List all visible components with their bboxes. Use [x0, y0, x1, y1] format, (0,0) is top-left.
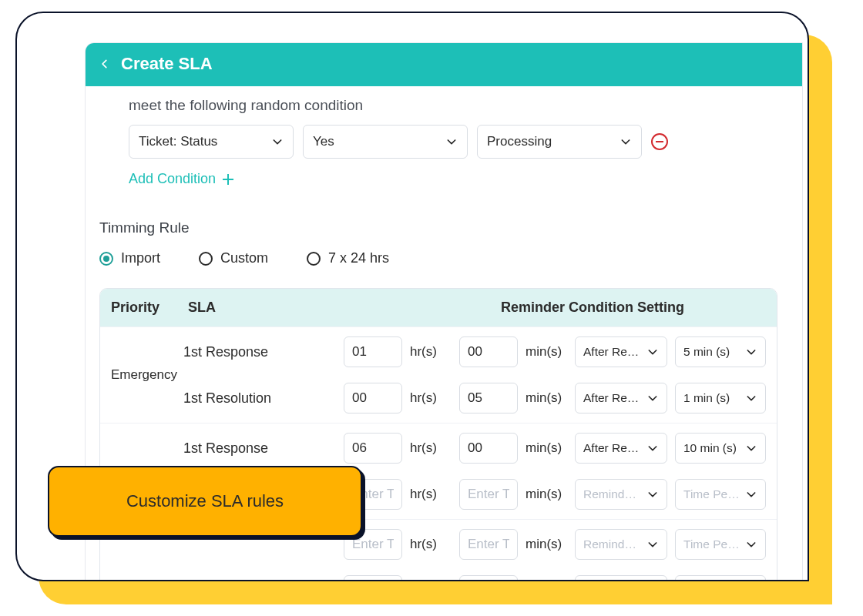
- timing-option-label: Custom: [220, 250, 268, 266]
- chevron-down-icon: [745, 392, 757, 404]
- time-pending-value: Time Pen…: [683, 537, 740, 551]
- chevron-down-icon: [646, 488, 659, 500]
- condition-operator-select[interactable]: Yes: [303, 125, 468, 159]
- add-condition-label: Add Condition: [129, 171, 216, 187]
- radio-icon: [199, 252, 213, 266]
- unit-hr: hr(s): [410, 344, 452, 360]
- table-header: Priority SLA Reminder Condition Setting: [100, 289, 777, 326]
- callout-text: Customize SLA rules: [126, 491, 284, 511]
- time-pending-value: 10 min (s): [683, 441, 737, 455]
- reminder-select[interactable]: Reminde…: [575, 575, 667, 581]
- plus-icon: [222, 173, 234, 186]
- reminder-value: After Res…: [583, 345, 642, 359]
- reminder-select[interactable]: After Res…: [575, 336, 667, 367]
- time-pending-value: 1 min (s): [683, 391, 730, 405]
- unit-hr: hr(s): [410, 537, 452, 552]
- sla-table: Priority SLA Reminder Condition Setting …: [99, 288, 777, 581]
- hours-input[interactable]: [344, 383, 402, 413]
- condition-operator-value: Yes: [313, 134, 334, 149]
- radio-icon: [307, 252, 321, 266]
- minutes-input[interactable]: [459, 433, 518, 464]
- timing-rule-title: Timming Rule: [99, 219, 787, 236]
- hours-input[interactable]: [344, 575, 402, 581]
- time-pending-select[interactable]: 5 min (s): [675, 336, 766, 367]
- unit-min: min(s): [526, 537, 567, 552]
- minutes-input[interactable]: [459, 336, 518, 367]
- sla-label: 1st Resolution: [183, 390, 336, 407]
- add-condition-button[interactable]: Add Condition: [129, 171, 234, 187]
- chevron-down-icon: [646, 538, 659, 551]
- sla-row: 1st Responsehr(s)min(s)After Res…5 min (…: [183, 336, 766, 367]
- table-group: Emergency1st Responsehr(s)min(s)After Re…: [100, 326, 777, 423]
- unit-hr: hr(s): [410, 487, 452, 502]
- time-pending-select[interactable]: Time Pen…: [675, 529, 766, 560]
- priority-label: Emergency: [111, 367, 183, 383]
- col-sla: SLA: [188, 300, 501, 316]
- time-pending-select[interactable]: 10 min (s): [675, 433, 766, 464]
- sla-row: 1st Responsehr(s)min(s)After Res…10 min …: [183, 433, 766, 464]
- reminder-select[interactable]: Reminde…: [575, 479, 667, 510]
- reminder-value: Reminde…: [583, 487, 642, 501]
- minutes-input[interactable]: [459, 529, 518, 560]
- timing-option-custom[interactable]: Custom: [199, 250, 268, 266]
- condition-field-value: Ticket: Status: [139, 134, 217, 149]
- col-reminder: Reminder Condition Setting: [501, 300, 766, 316]
- chevron-down-icon: [646, 442, 659, 454]
- col-priority: Priority: [111, 300, 188, 316]
- chevron-down-icon: [620, 136, 632, 148]
- timing-option-import[interactable]: Import: [99, 250, 160, 266]
- unit-min: min(s): [526, 344, 567, 360]
- remove-condition-icon[interactable]: [651, 133, 668, 150]
- time-pending-value: 5 min (s): [683, 345, 730, 359]
- unit-hr: hr(s): [410, 440, 452, 456]
- minutes-input[interactable]: [459, 575, 518, 581]
- sla-label: 1st Response: [183, 344, 336, 360]
- unit-min: min(s): [526, 487, 567, 502]
- reminder-select[interactable]: After Res…: [575, 383, 667, 413]
- condition-value-text: Processing: [487, 134, 552, 149]
- chevron-down-icon: [445, 136, 458, 148]
- timing-option-label: Import: [121, 250, 160, 266]
- time-pending-select[interactable]: Time Pen…: [675, 575, 766, 581]
- reminder-value: After Res…: [583, 441, 642, 455]
- timing-option-label: 7 x 24 hrs: [328, 250, 389, 266]
- condition-row: Ticket: Status Yes Processing: [129, 125, 787, 159]
- time-pending-select[interactable]: 1 min (s): [675, 383, 766, 413]
- condition-field-select[interactable]: Ticket: Status: [129, 125, 294, 159]
- sla-label: 1st Response: [183, 440, 336, 457]
- reminder-select[interactable]: Reminde…: [575, 529, 667, 560]
- chevron-down-icon: [745, 442, 757, 454]
- callout-customize-sla: Customize SLA rules: [48, 466, 362, 537]
- chevron-down-icon: [646, 346, 659, 358]
- condition-value-select[interactable]: Processing: [477, 125, 642, 159]
- condition-subtitle: meet the following random condition: [129, 97, 787, 114]
- time-pending-select[interactable]: Time Pen…: [675, 479, 766, 510]
- unit-min: min(s): [526, 390, 567, 406]
- radio-icon: [99, 252, 113, 266]
- chevron-down-icon: [745, 538, 757, 551]
- chevron-down-icon: [745, 488, 757, 500]
- reminder-select[interactable]: After Res…: [575, 433, 667, 464]
- hours-input[interactable]: [344, 433, 402, 464]
- reminder-value: Reminde…: [583, 537, 642, 551]
- chevron-down-icon: [271, 136, 284, 148]
- sla-row: 1st Resolutionhr(s)min(s)Reminde…Time Pe…: [183, 575, 766, 581]
- sla-row: 1st Resolutionhr(s)min(s)After Res…1 min…: [183, 383, 766, 413]
- page-title: Create SLA: [121, 54, 213, 74]
- timing-option-247[interactable]: 7 x 24 hrs: [307, 250, 389, 266]
- page-header: Create SLA: [86, 43, 802, 86]
- unit-hr: hr(s): [410, 390, 452, 406]
- hours-input[interactable]: [344, 336, 402, 367]
- timing-options: Import Custom 7 x 24 hrs: [99, 250, 787, 266]
- minutes-input[interactable]: [459, 479, 518, 510]
- back-icon[interactable]: [99, 59, 110, 69]
- time-pending-value: Time Pen…: [683, 487, 740, 501]
- chevron-down-icon: [646, 392, 659, 404]
- minutes-input[interactable]: [459, 383, 518, 413]
- reminder-value: After Res…: [583, 391, 642, 405]
- chevron-down-icon: [745, 346, 757, 358]
- unit-min: min(s): [526, 440, 567, 456]
